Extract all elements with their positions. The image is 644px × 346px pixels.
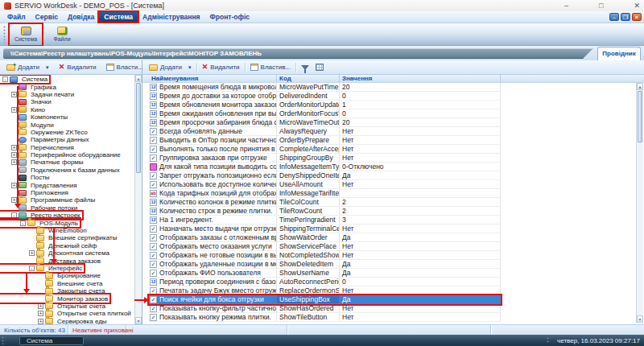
close-icon[interactable]: ✕ [634,1,640,10]
expander-icon[interactable]: + [11,197,17,203]
tree-properties-button[interactable]: Власти... [103,62,147,73]
column-header-name[interactable]: Найменування [149,75,277,82]
tree-item[interactable]: + Сервировка еды [0,318,109,325]
table-row[interactable]: ✓ Группировка заказов при отгрузке Shipp… [149,154,501,163]
table-row[interactable]: ab Кода тарифных позиций для отображения… [149,189,501,198]
tree-item[interactable]: Значки [0,98,53,105]
expander-icon[interactable]: - [11,212,17,218]
tree-item[interactable]: Внешние сертификаты [0,234,118,241]
table-row[interactable]: ✓ Отображать не готовые позиции в выдаче… [149,251,501,260]
table-row[interactable]: ✓ Выводить в OnTop позиции частично приг… [149,136,501,145]
tree-item[interactable]: Внешние счета [0,280,104,287]
expander-icon[interactable]: - [2,76,8,82]
tree-item[interactable]: Графика [0,83,58,90]
tree-item[interactable]: + Задачи печати [0,91,76,98]
tree-scrollbar[interactable]: ▲ ▼ [134,75,142,324]
tab-explorer[interactable]: Провідник [597,47,641,60]
table-row[interactable]: 12 Количество колонок в режиме плитки. T… [149,198,501,207]
table-row[interactable]: ✓ Отображать место оказания услуги ShowS… [149,242,501,251]
tree-item[interactable]: + Открытые счета [0,303,107,310]
toolbar-button[interactable]: Файли [46,24,78,45]
settings-properties-button[interactable]: Властив... [247,62,295,73]
table-row[interactable]: ✓ Использовать все доступное количество … [149,180,501,189]
table-row[interactable]: 12 Время обновления монитора заказов. Or… [149,101,501,109]
mdi-minimize-icon[interactable]: – [609,13,619,21]
expander-icon[interactable]: - [20,220,26,226]
table-row[interactable]: ✓ Назначать место выдачи при отгрузке Sh… [149,224,501,233]
tree-item[interactable]: Монитор заказов [0,295,109,302]
table-row[interactable]: ✓ Показывать кнопку режима плитки. ShowT… [149,313,501,322]
tree-item[interactable]: Компоненты [0,113,69,121]
add-dropdown-icon[interactable]: ▼ [43,65,52,70]
maximize-icon[interactable]: □ [599,1,603,10]
grid-settings-button[interactable] [312,62,327,73]
toolbar-button[interactable]: Система [10,24,42,45]
settings-add-button[interactable]: Додати [146,62,185,73]
tree-item[interactable]: - Система [0,76,49,83]
expander-icon[interactable]: + [11,145,17,150]
scroll-down-icon[interactable]: ▼ [637,315,643,323]
mdi-restore-icon[interactable]: ❐ [621,13,630,21]
scroll-up-icon[interactable]: ▲ [135,75,142,82]
tree-item[interactable]: Закрытые счета [0,287,106,295]
tree-item[interactable]: + Дисконтная система [0,249,111,257]
table-row[interactable]: 12 Время до доставки за которое отобража… [149,92,501,101]
table-scroll-thumb[interactable] [638,91,642,142]
table-row[interactable]: 12 Время ожидания обновления при выборе … [149,109,501,118]
tree-item[interactable]: + Представления [0,181,79,188]
add-dropdown-icon[interactable]: ▼ [185,65,195,70]
tree-item[interactable]: Денежный сейф [0,242,98,249]
table-scrollbar[interactable]: ▲ ▼ [636,83,643,323]
expander-icon[interactable]: + [38,311,43,316]
mdi-close-icon[interactable]: ✕ [632,13,642,21]
column-header-code[interactable]: Код [277,75,340,82]
minimize-icon[interactable]: – [564,1,568,10]
table-row[interactable]: ✓ Отображать ФИО пользователя ShowUserNa… [149,269,501,278]
menu-item[interactable]: Сервіс [31,12,63,22]
expander-icon[interactable]: + [38,319,43,324]
tree-item[interactable]: WineEmotion [0,227,89,234]
table-row[interactable]: 12 На 1 ингредиент. TimePerIngradient 3 [149,216,501,224]
menu-item[interactable]: Фронт-офіс [205,12,255,22]
scroll-up-icon[interactable]: ▲ [637,83,643,90]
expander-icon[interactable]: + [11,92,17,97]
tree-item[interactable]: Приложения [0,189,70,196]
table-row[interactable]: 12 Количество строк в режиме плитки. Til… [149,207,501,216]
tree-item[interactable]: - Реестр настроек [0,212,82,219]
expander-icon[interactable]: + [11,183,17,188]
table-row[interactable]: ✓ Поиск ячейки для бокса отгрузки UseShi… [149,295,501,304]
tree-item[interactable]: Рабочие потоки [0,204,79,212]
table-row[interactable]: ✓ Печатать задачу Бжук вместо отгруженно… [149,286,501,295]
tree-item[interactable]: Бронирование [0,272,102,279]
tree-item[interactable]: + Перечисления [0,144,76,151]
toolbar-grip[interactable] [3,26,6,43]
tree-item[interactable]: + Кино [0,106,47,113]
tree-item[interactable]: Модули [0,121,56,128]
expander-icon[interactable]: + [38,303,43,309]
expander-icon[interactable]: + [11,159,17,165]
filter-button[interactable] [298,62,312,73]
tree-item[interactable]: - Интерфейс [0,265,84,272]
expander-icon[interactable]: + [11,152,17,158]
expander-icon[interactable]: - [29,266,35,271]
column-header-value[interactable]: Значення [340,75,501,82]
tree-item[interactable]: Параметры данных [0,136,91,143]
table-row[interactable]: ✓ Выполнять только после принятия в рабо… [149,145,501,154]
table-row[interactable]: Для какой типа позиции выводить сообщени… [149,163,501,171]
table-row[interactable]: ✓ Показывать кнопку-фильтр частично приг… [149,304,501,313]
table-row[interactable]: ✓ Отображать заказы с отложенным времене… [149,233,501,242]
menu-item[interactable]: Адміністрування [138,12,204,22]
tree-item[interactable]: + Открытые счета плиткой [0,310,133,317]
table-row[interactable]: ✓ Отображать удаленные позиции в монитор… [149,260,501,269]
menu-item[interactable]: Система [99,12,138,22]
menu-item[interactable]: Файл [2,12,31,22]
scroll-down-icon[interactable]: ▼ [135,317,142,324]
table-row[interactable]: 12 Время помещения блюда в микроволновку… [149,83,501,92]
tree-item[interactable]: Посты [0,174,52,181]
table-row[interactable]: 12 Период проверки соединения с базой да… [149,278,501,286]
table-row[interactable]: ✓ Запрет отгружать попозиционно если вес… [149,171,501,180]
expander-icon[interactable]: + [11,107,17,113]
table-row[interactable]: ✓ Всегда обновлять данные AlwaysRequery … [149,127,501,136]
tree-add-button[interactable]: Додати [3,62,43,73]
tree-item[interactable]: Окружение ZKTeco [0,129,89,136]
